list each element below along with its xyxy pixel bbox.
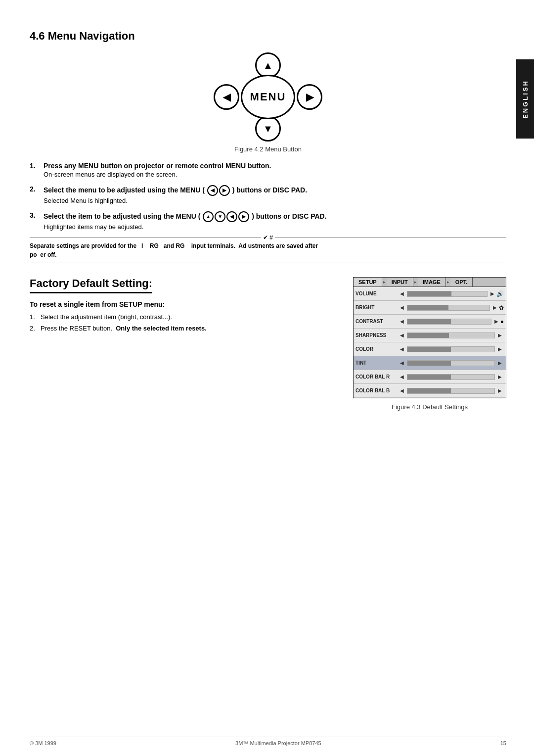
row-sharpness-label: SHARPNESS — [356, 332, 400, 338]
step-2-bold: Select the menu to be adjusted using the… — [44, 185, 506, 196]
row-color-bal-b-label: COLOR BAL B — [356, 388, 400, 393]
row-sharpness-bar — [407, 332, 495, 338]
row-sharpness-right[interactable]: ▶ — [498, 332, 502, 338]
row-volume-icon: 🔊 — [496, 290, 504, 297]
row-bright-right[interactable]: ▶ — [493, 305, 497, 310]
inline-right-arrow2: ▶ — [238, 211, 249, 222]
side-tab: ENGLISH — [516, 59, 534, 139]
tab-opt[interactable]: OPT. — [450, 278, 473, 286]
side-tab-label: ENGLISH — [522, 80, 529, 119]
row-sharpness: SHARPNESS ◀ ▶ — [354, 329, 506, 342]
arrow-down-icon: ▼ — [263, 123, 273, 135]
step-1-bold: Press any MENU button on projector or re… — [44, 162, 506, 170]
factory-step-2-text: Press the RESET button. Only the selecte… — [41, 325, 207, 332]
factory-text-area: Factory Default Setting: To reset a sing… — [30, 277, 333, 339]
row-tint-bar — [407, 360, 495, 366]
row-color-left[interactable]: ◀ — [400, 346, 404, 352]
factory-step-1-text: Select the adjustment item (bright, cont… — [41, 313, 172, 321]
row-volume-left[interactable]: ◀ — [400, 291, 404, 296]
tab-setup[interactable]: SETUP — [354, 278, 382, 286]
step-1-num: 1. — [30, 162, 44, 170]
factory-step-1: 1. Select the adjustment item (bright, c… — [30, 313, 333, 321]
row-color-bal-b: COLOR BAL B ◀ ▶ — [354, 384, 506, 398]
row-sharpness-left[interactable]: ◀ — [400, 332, 404, 338]
row-volume-label: VOLUME — [356, 291, 400, 296]
step-2-normal: Selected Menu is highlighted. — [44, 197, 506, 204]
step-3: 3. Select the item to be adjusted using … — [30, 211, 506, 231]
section-title: 4.6 Menu Navigation — [30, 30, 506, 43]
menu-button-diagram: ▲ ◀ MENU ▶ ▼ — [214, 52, 322, 142]
page-content: 4.6 Menu Navigation ▲ ◀ MENU ▶ ▼ — [30, 30, 506, 726]
factory-step-1-num: 1. — [30, 313, 41, 321]
row-color-bal-b-left[interactable]: ◀ — [400, 388, 404, 393]
footer-left: © 3M 1999 — [30, 740, 56, 746]
arrow-left-button[interactable]: ◀ — [214, 84, 239, 110]
row-bright: BRIGHT ◀ ▶ ✿ — [354, 301, 506, 315]
row-color-label: COLOR — [356, 346, 400, 352]
row-contrast-right[interactable]: ▶ — [494, 319, 498, 324]
inline-down-arrow2: ▼ — [215, 211, 225, 222]
arrow-right-icon: ▶ — [306, 91, 313, 103]
arrow-right-button[interactable]: ▶ — [297, 84, 322, 110]
step-2-num: 2. — [30, 185, 44, 193]
tab-input[interactable]: INPUT — [387, 278, 413, 286]
figure3-caption: Figure 4.3 Default Settings — [353, 403, 506, 411]
arrow-down-button[interactable]: ▼ — [255, 116, 281, 142]
note-text: Separate settings are provided for the I… — [30, 241, 506, 259]
note-checkmark: ✔ # — [261, 234, 275, 241]
row-tint-left[interactable]: ◀ — [400, 360, 404, 366]
menu-center-button[interactable]: MENU — [241, 75, 295, 119]
row-color-bal-b-bar — [407, 388, 495, 394]
step-3-normal: Highlighted items may be adjusted. — [44, 223, 506, 231]
step-2-content: Select the menu to be adjusted using the… — [44, 185, 506, 204]
footer-right: 15 — [500, 740, 506, 746]
menu-center-label: MENU — [250, 91, 286, 103]
row-bright-icon: ✿ — [499, 304, 504, 311]
inline-right-arrow: ▶ — [219, 185, 230, 196]
factory-heading: Factory Default Setting: — [30, 277, 152, 293]
row-volume-right[interactable]: ▶ — [490, 291, 494, 296]
footer-center: 3M™ Multimedia Projector MP8745 — [235, 740, 321, 746]
figure1-caption: Figure 4.2 Menu Button — [30, 145, 506, 153]
row-color-bal-r-bar — [407, 374, 495, 380]
factory-subheading: To reset a single item from SETUP menu: — [30, 300, 333, 308]
settings-tabs: SETUP ▸ INPUT ▸ IMAGE ▸ OPT. — [354, 278, 506, 287]
step-3-bold: Select the item to be adjusted using the… — [44, 211, 506, 222]
steps-list: 1. Press any MENU button on projector or… — [30, 162, 506, 231]
factory-section: Factory Default Setting: To reset a sing… — [30, 277, 506, 411]
row-color-bal-b-right[interactable]: ▶ — [498, 388, 502, 393]
factory-steps-list: 1. Select the adjustment item (bright, c… — [30, 313, 333, 332]
arrow-left-icon: ◀ — [223, 91, 230, 103]
menu-diagram: ▲ ◀ MENU ▶ ▼ — [30, 52, 506, 142]
step-3-content: Select the item to be adjusted using the… — [44, 211, 506, 231]
step-1-normal: On-screen menus are displayed on the scr… — [44, 171, 506, 178]
page-footer: © 3M 1999 3M™ Multimedia Projector MP874… — [30, 737, 506, 746]
row-bright-left[interactable]: ◀ — [400, 305, 404, 310]
row-tint: TINT ◀ ▶ — [354, 356, 506, 370]
row-color-right[interactable]: ▶ — [498, 346, 502, 352]
step-1-content: Press any MENU button on projector or re… — [44, 162, 506, 178]
row-bright-label: BRIGHT — [356, 305, 400, 310]
row-contrast-bar — [407, 319, 491, 325]
arrow-group-lr: ◀▶ — [207, 185, 230, 196]
factory-step-2-num: 2. — [30, 325, 41, 332]
row-color-bal-r-right[interactable]: ▶ — [498, 374, 502, 379]
inline-left-arrow2: ◀ — [226, 211, 237, 222]
row-contrast: CONTRAST ◀ ▶ ● — [354, 315, 506, 329]
row-color-bal-r-left[interactable]: ◀ — [400, 374, 404, 379]
step-3-num: 3. — [30, 211, 44, 219]
inline-up-arrow: ▲ — [203, 211, 214, 222]
row-color: COLOR ◀ ▶ — [354, 342, 506, 356]
inline-left-arrow: ◀ — [207, 185, 218, 196]
row-contrast-label: CONTRAST — [356, 319, 400, 324]
row-tint-right[interactable]: ▶ — [498, 360, 502, 366]
arrow-up-icon: ▲ — [263, 60, 273, 71]
tab-image[interactable]: IMAGE — [418, 278, 446, 286]
row-bright-bar — [407, 305, 490, 311]
factory-step-2: 2. Press the RESET button. Only the sele… — [30, 325, 333, 332]
row-color-bal-r: COLOR BAL R ◀ ▶ — [354, 370, 506, 384]
row-volume-bar — [407, 291, 488, 297]
row-contrast-icon: ● — [500, 318, 504, 325]
row-contrast-left[interactable]: ◀ — [400, 319, 404, 324]
row-tint-label: TINT — [356, 360, 400, 366]
